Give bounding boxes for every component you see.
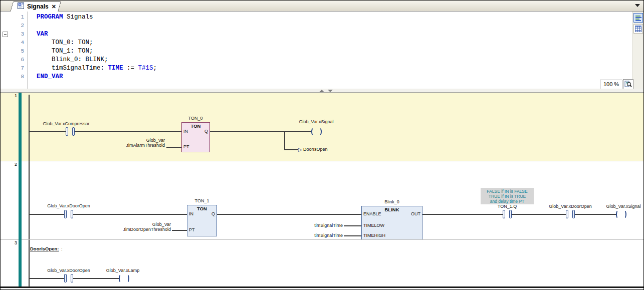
coil-operand[interactable]: Glob_Var.xSignal (593, 204, 644, 209)
contact-bar (64, 210, 67, 218)
zoom-menu-button[interactable] (623, 79, 633, 89)
code-line[interactable]: VAR (37, 30, 157, 39)
contact-bar (566, 210, 568, 218)
network-2[interactable]: 2 Glob_Var.xDoorOpen TON_1 TON IN Q PT G… (1, 161, 643, 239)
wire (344, 235, 361, 236)
contact-bar (503, 210, 505, 218)
code-line[interactable]: PROGRAM Signals (37, 13, 157, 22)
pin-pt: PT (183, 144, 189, 149)
blink-block[interactable]: BLINK ENABLE OUT TIMELOW TIMEHIGH (361, 206, 422, 240)
tab-close-icon[interactable]: ✕ (52, 4, 56, 10)
tab-list-dropdown-icon[interactable] (635, 4, 640, 7)
power-rail (29, 161, 30, 240)
contact[interactable] (66, 127, 75, 136)
ton-block[interactable]: TON IN Q PT (187, 205, 217, 236)
pin-timehigh: TIMEHIGH (363, 233, 385, 238)
network-number[interactable]: 1 (1, 93, 17, 98)
network-number[interactable]: 2 (1, 162, 17, 167)
pin-out: OUT (411, 211, 420, 216)
contact[interactable] (503, 210, 512, 218)
pin-q: Q (204, 129, 208, 134)
block-instance-name[interactable]: TON_1 (177, 198, 227, 203)
pane-splitter[interactable] (1, 89, 643, 93)
wire (344, 225, 361, 226)
timelow-operand[interactable]: timSignalTime (293, 223, 343, 228)
jump-target[interactable]: DoorIsOpen (303, 147, 328, 152)
contact[interactable] (566, 210, 575, 218)
coil-operand[interactable]: Glob_Var.xLamp (93, 268, 153, 273)
line-number: 6 (1, 56, 24, 64)
pin-in: IN (189, 211, 193, 216)
bottom-strip (1, 288, 643, 289)
pou-icon (18, 2, 24, 11)
block-instance-name[interactable]: Blink_0 (367, 199, 417, 204)
coil-paren (311, 127, 316, 136)
code-fold-toggle[interactable] (3, 32, 8, 37)
network-label[interactable]: DoorIsOpen: (30, 246, 59, 251)
wire (422, 214, 503, 215)
jump-arrow-icon[interactable]: ▷ (298, 147, 302, 152)
code-line[interactable]: TON_1: TON; (37, 47, 157, 56)
code-area[interactable]: PROGRAM SignalsVAR TON_0: TON; TON_1: TO… (37, 12, 157, 81)
zoom-level-field[interactable]: 100 % (600, 80, 622, 89)
pin-q: Q (211, 211, 215, 216)
network-number[interactable]: 3 (1, 240, 17, 245)
contact[interactable] (64, 210, 73, 218)
ladder-editor[interactable]: 1 Glob_Var.xCompressor TON_0 TON IN Q PT… (1, 93, 643, 286)
coil-paren (616, 210, 620, 219)
pt-operand[interactable]: Glob_Var .timAlarmThreshold (91, 138, 165, 148)
coil[interactable] (119, 274, 129, 283)
splitter-collapse-down-icon[interactable] (328, 90, 333, 92)
wire (172, 230, 187, 231)
contact-bar (66, 127, 68, 136)
code-line[interactable]: TON_0: TON; (37, 39, 157, 47)
coil[interactable] (616, 210, 626, 219)
contact-operand[interactable]: Glob_Var.xDoorOpen (39, 268, 99, 273)
contact-operand[interactable]: Glob_Var.xDoorOpen (540, 204, 600, 209)
wire (166, 147, 181, 148)
contact[interactable] (64, 274, 73, 282)
pt-operand[interactable]: Glob_Var .timDoorOpenThreshold (96, 222, 171, 232)
block-comment-tooltip: FALSE if IN is FALSE TRUE if IN is TRUE … (481, 188, 534, 204)
power-rail (29, 240, 30, 287)
view-switch-strip (632, 12, 643, 89)
contact-operand[interactable]: Glob_Var.xCompressor (36, 121, 96, 126)
line-number: 1 (1, 13, 24, 22)
coil[interactable] (311, 127, 322, 136)
code-line[interactable]: Blink_0: BLINK; (37, 56, 157, 64)
wire (210, 131, 311, 132)
textual-view-button[interactable] (633, 13, 643, 23)
pin-in: IN (183, 129, 188, 134)
line-number: 7 (1, 64, 24, 73)
block-title: TON (187, 206, 217, 211)
wire (284, 131, 285, 149)
code-line[interactable]: timSignalTime: TIME := T#1S; (37, 64, 157, 73)
tab-signals[interactable]: Signals ✕ (15, 2, 59, 12)
coil-paren (119, 274, 123, 283)
wire (73, 214, 187, 215)
contact-operand[interactable]: Glob_Var.xDoorOpen (39, 203, 99, 208)
line-number: 5 (1, 47, 24, 56)
tabular-view-button[interactable] (633, 24, 643, 34)
code-line[interactable]: END_VAR (37, 73, 157, 81)
wire (29, 278, 64, 279)
contact-operand[interactable]: TON_1.Q (477, 204, 537, 209)
coil-paren (317, 127, 322, 136)
network-label-colon: : (61, 246, 63, 251)
block-instance-name[interactable]: TON_0 (170, 116, 221, 121)
network-1[interactable]: 1 Glob_Var.xCompressor TON_0 TON IN Q PT… (1, 93, 643, 161)
pin-pt: PT (189, 227, 195, 232)
code-line[interactable] (37, 22, 157, 30)
splitter-collapse-up-icon[interactable] (319, 90, 324, 92)
wire (29, 214, 64, 215)
contact-bar (64, 274, 67, 282)
ton-block[interactable]: TON IN Q PT (181, 122, 210, 152)
wire (73, 278, 119, 279)
network-3[interactable]: 3 DoorIsOpen: : Glob_Var.xDoorOpen Glob_… (1, 239, 643, 286)
coil-paren (622, 210, 626, 219)
coil-operand[interactable]: Glob_Var.xSignal (286, 119, 346, 124)
network-selection-bar (19, 93, 22, 286)
declaration-editor[interactable]: 12345678 PROGRAM SignalsVAR TON_0: TON; … (1, 12, 643, 89)
timehigh-operand[interactable]: timSignalTime (293, 233, 343, 238)
pin-enable: ENABLE (363, 211, 381, 216)
